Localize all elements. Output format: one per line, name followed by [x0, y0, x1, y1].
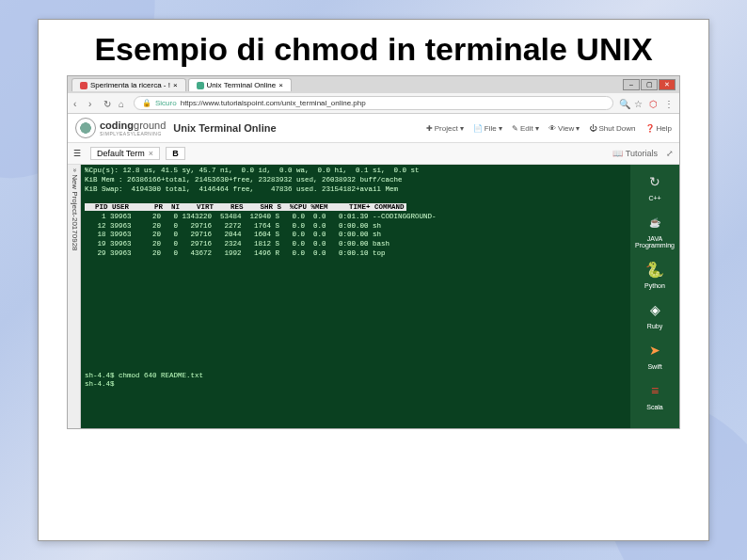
browser-tab-0[interactable]: Sperimenta la ricerca - ! × — [72, 78, 186, 91]
search-icon[interactable]: 🔍 — [619, 99, 628, 108]
plus-icon: ✚ — [426, 124, 433, 133]
chevron-right-icon: » — [72, 168, 78, 172]
prompt-area: sh-4.4$ chmod 640 README.txt sh-4.4$ — [85, 372, 627, 391]
shield-icon[interactable]: ⬡ — [649, 99, 659, 108]
star-icon[interactable]: ☆ — [634, 99, 644, 108]
close-icon[interactable]: × — [173, 81, 178, 89]
edit-icon: ✎ — [512, 124, 518, 133]
lang-cpp[interactable]: ↻ C++ — [644, 170, 666, 201]
mem-line: KiB Mem : 26386166+total, 21453630+free,… — [85, 176, 403, 184]
lang-label: C++ — [648, 195, 660, 201]
toolbar-project[interactable]: ✚Project ▾ — [426, 124, 464, 133]
scala-icon: ≡ — [644, 379, 666, 402]
slide-frame: Esempio di chmod in terminale UNIX Speri… — [38, 19, 709, 541]
browser-tab-strip: Sperimenta la ricerca - ! × Unix Termina… — [68, 76, 679, 93]
minimize-button[interactable]: – — [623, 79, 640, 90]
expand-icon[interactable]: ⤢ — [666, 149, 674, 158]
cpp-icon: ↻ — [644, 170, 666, 193]
process-row: 19 39963 20 0 29716 2324 1812 S 0.0 0.0 … — [85, 240, 389, 248]
process-row: 12 39963 20 0 29716 2272 1764 S 0.0 0.0 … — [85, 222, 381, 230]
tab-label: Sperimenta la ricerca - ! — [90, 81, 170, 89]
tab-label: Unix Terminal Online — [207, 81, 277, 89]
toolbar-help[interactable]: ❓Help — [645, 124, 672, 133]
process-row: 1 39963 20 0 1343220 53484 12940 S 0.0 0… — [85, 213, 437, 220]
browser-tab-1[interactable]: Unix Terminal Online × — [188, 78, 292, 91]
lang-label: JAVA Programming — [632, 235, 677, 248]
reload-icon[interactable]: ↻ — [103, 99, 113, 108]
url-text: https://www.tutorialspoint.com/unix_term… — [181, 99, 366, 107]
terminal-tab[interactable]: Default Term × — [90, 147, 160, 160]
ide-toolbar: Default Term × B 📖 Tutorials ⤢ — [68, 143, 679, 165]
help-icon: ❓ — [645, 124, 655, 133]
eye-icon: 👁 — [548, 124, 556, 133]
terminal-pane[interactable]: %Cpu(s): 12.8 us, 41.5 sy, 45.7 ni, 0.0 … — [81, 165, 630, 428]
project-sidebar[interactable]: » New Project-20170928 — [68, 165, 81, 428]
lang-scala[interactable]: ≡ Scala — [644, 379, 666, 410]
logo-text: codingground — [100, 120, 166, 131]
close-icon[interactable]: × — [278, 81, 283, 89]
lang-java[interactable]: ☕ JAVA Programming — [632, 211, 677, 248]
slide-title: Esempio di chmod in terminale UNIX — [67, 31, 680, 68]
lang-label: Ruby — [647, 323, 662, 329]
process-row: 29 39963 20 0 43672 1992 1496 R 0.0 0.0 … — [85, 249, 386, 257]
prompt-line-1: sh-4.4$ chmod 640 README.txt — [85, 372, 203, 379]
cpu-line: %Cpu(s): 12.8 us, 41.5 sy, 45.7 ni, 0.0 … — [85, 167, 420, 174]
logo-subtitle: SIMPLYEASYLEARNING — [100, 131, 166, 136]
logo-icon — [75, 118, 96, 138]
url-secure-label: Sicuro — [155, 99, 177, 107]
maximize-button[interactable]: ▢ — [641, 79, 658, 90]
lang-python[interactable]: 🐍 Python — [644, 258, 666, 289]
prompt-line-2: sh-4.4$ — [85, 380, 115, 388]
toolbar-edit[interactable]: ✎Edit ▾ — [512, 124, 539, 133]
terminal-tab-label: Default Term — [97, 149, 145, 158]
bold-button[interactable]: B — [166, 147, 185, 160]
toolbar-view[interactable]: 👁View ▾ — [548, 124, 580, 133]
python-icon: 🐍 — [644, 258, 666, 280]
ruby-icon: ◈ — [644, 298, 666, 321]
process-row: 18 39963 20 0 29716 2044 1604 S 0.0 0.0 … — [85, 231, 381, 238]
site-header: codingground SIMPLYEASYLEARNING Unix Ter… — [68, 114, 679, 143]
page-title: Unix Terminal Online — [173, 122, 276, 134]
lang-ruby[interactable]: ◈ Ruby — [644, 298, 666, 329]
book-icon: 📖 — [612, 149, 623, 158]
site-toolbar: ✚Project ▾ 📄File ▾ ✎Edit ▾ 👁View ▾ ⏻Shut… — [426, 124, 672, 133]
close-button[interactable]: ✕ — [659, 79, 675, 90]
favicon-icon — [80, 82, 87, 89]
top-header-row: PID USER PR NI VIRT RES SHR S %CPU %MEM … — [85, 203, 406, 211]
close-icon[interactable]: × — [149, 149, 153, 158]
lang-label: Scala — [646, 404, 663, 410]
language-sidebar: ↻ C++ ☕ JAVA Programming 🐍 Python ◈ Ruby… — [630, 165, 679, 428]
forward-icon[interactable]: › — [88, 99, 98, 108]
tutorials-link[interactable]: 📖 Tutorials ⤢ — [612, 149, 674, 158]
home-icon[interactable]: ⌂ — [119, 99, 128, 108]
power-icon: ⏻ — [589, 124, 596, 133]
url-field[interactable]: 🔒 Sicuro https://www.tutorialspoint.com/… — [134, 96, 613, 110]
browser-window: Sperimenta la ricerca - ! × Unix Termina… — [67, 75, 680, 429]
window-controls: – ▢ ✕ — [623, 79, 675, 90]
lang-label: Python — [644, 282, 665, 289]
favicon-icon — [197, 82, 204, 89]
site-logo[interactable]: codingground SIMPLYEASYLEARNING — [75, 118, 166, 138]
toolbar-shutdown[interactable]: ⏻Shut Down — [589, 124, 635, 133]
toolbar-file[interactable]: 📄File ▾ — [473, 124, 502, 133]
tutorials-label: Tutorials — [626, 149, 658, 158]
project-name: New Project-20170928 — [71, 174, 79, 250]
lang-swift[interactable]: ➤ Swift — [644, 339, 666, 370]
menu-icon[interactable]: ⋮ — [664, 99, 674, 108]
lock-icon: 🔒 — [142, 99, 151, 107]
swift-icon: ➤ — [644, 339, 666, 361]
swap-line: KiB Swap: 4194300 total, 4146464 free, 4… — [85, 185, 398, 193]
java-icon: ☕ — [644, 211, 666, 233]
back-icon[interactable]: ‹ — [73, 99, 83, 108]
lang-label: Swift — [647, 363, 661, 370]
address-bar: ‹ › ↻ ⌂ 🔒 Sicuro https://www.tutorialspo… — [68, 93, 679, 114]
file-icon: 📄 — [473, 124, 483, 133]
hamburger-icon[interactable] — [73, 149, 85, 158]
ide-body: » New Project-20170928 %Cpu(s): 12.8 us,… — [68, 165, 679, 428]
